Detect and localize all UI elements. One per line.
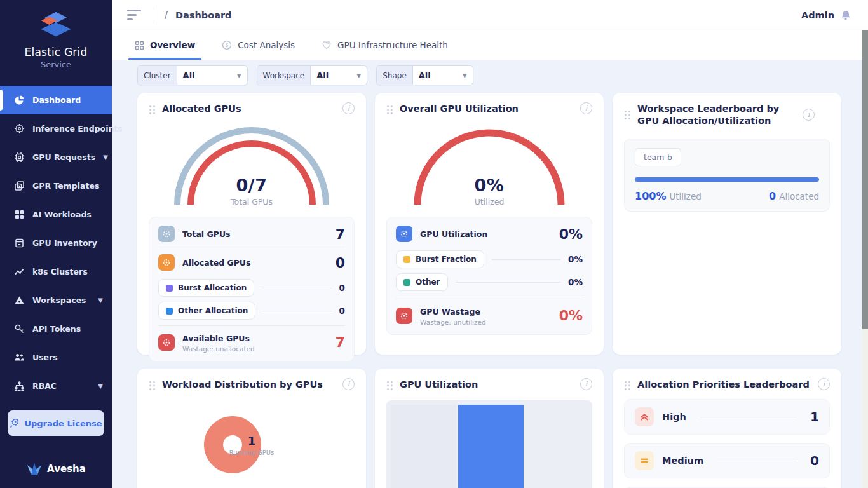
upgrade-license-button[interactable]: Upgrade License <box>8 410 104 436</box>
gpu-utilization-row: GPU Utilization 0% <box>396 220 583 248</box>
sidebar-item-label: Dashboard <box>32 95 81 105</box>
hamburger-menu-icon[interactable] <box>127 10 141 20</box>
sidebar-item-gpr-templates[interactable]: GPR Templates <box>0 172 112 200</box>
tab-label: Cost Analysis <box>238 40 295 50</box>
gpu-utilization-stats: GPU Utilization 0% Burst Fraction 0% <box>386 217 592 335</box>
info-icon[interactable]: i <box>342 102 355 114</box>
info-icon[interactable]: i <box>580 378 592 390</box>
cluster-filter-value: All <box>183 71 195 80</box>
app-title: Elastic Grid <box>4 46 108 58</box>
sidebar-item-ai-workloads[interactable]: AI Workloads <box>0 200 112 229</box>
stat-value: 7 <box>336 226 345 242</box>
gauge-label: Utilized <box>410 197 569 207</box>
tab-gpu-infrastructure-health[interactable]: + GPU Infrastructure Health <box>322 30 448 60</box>
drag-handle-icon[interactable] <box>624 110 631 120</box>
breadcrumb: Dashboard <box>175 10 231 20</box>
inventory-icon <box>13 238 25 249</box>
tab-overview[interactable]: Overview <box>135 30 195 60</box>
gauge-value: 0% <box>410 175 569 195</box>
sidebar-item-users[interactable]: Users <box>0 343 112 372</box>
gpu-utilization-card: GPU Utilization i <box>375 369 604 488</box>
sidebar-item-label: GPR Templates <box>32 181 99 191</box>
card-title: Allocation Priorities Leaderboard <box>637 378 811 391</box>
shape-filter-label: Shape <box>377 66 413 85</box>
drag-handle-icon[interactable] <box>386 105 393 115</box>
gpu-utilization-treemap <box>386 400 592 488</box>
card-title: Overall GPU Utilization <box>400 102 574 115</box>
stat-value: 0% <box>568 277 583 287</box>
utilized-label: Utilized <box>669 191 701 201</box>
workspace-badge[interactable]: team-b <box>635 148 681 166</box>
shape-filter[interactable]: Shape All ▼ <box>376 65 473 85</box>
priority-value: 1 <box>810 409 819 424</box>
sidebar-item-inference-endpoints[interactable]: Inference Endpoints <box>0 114 112 143</box>
filter-bar: Cluster All ▼ Workspace All ▼ Shape All … <box>137 65 868 85</box>
sidebar-item-gpu-requests[interactable]: GPU Requests ▼ <box>0 143 112 172</box>
cluster-filter-label: Cluster <box>138 66 177 85</box>
caret-down-icon: ▼ <box>356 72 361 79</box>
drag-handle-icon[interactable] <box>149 105 156 115</box>
info-icon[interactable]: i <box>818 378 830 390</box>
info-icon[interactable]: i <box>803 109 815 121</box>
total-gpus-row: Total GPUs 7 <box>158 220 345 248</box>
cluster-filter[interactable]: Cluster All ▼ <box>137 65 248 85</box>
stat-value: 0% <box>568 254 583 264</box>
cpu-icon <box>13 152 25 163</box>
priority-row-medium: Medium 0 <box>624 443 830 478</box>
stat-sublabel: Wastage: unutilized <box>420 318 486 326</box>
priority-medium-icon <box>635 451 654 470</box>
sidebar-item-gpu-inventory[interactable]: GPU Inventory <box>0 229 112 257</box>
burst-fraction-row: Burst Fraction 0% <box>396 248 583 271</box>
rbac-hierarchy-icon <box>13 381 25 392</box>
workloads-grid-icon <box>13 209 25 220</box>
chevron-down-icon: ▼ <box>98 383 103 390</box>
info-icon[interactable]: i <box>580 102 592 114</box>
other-allocation-row: Other Allocation 0 <box>158 299 345 322</box>
upgrade-license-label: Upgrade License <box>24 419 102 428</box>
donut-value: 1 <box>248 434 256 447</box>
info-icon[interactable]: i <box>342 378 355 390</box>
gauge-label: Total GPUs <box>172 197 331 207</box>
workspace-filter[interactable]: Workspace All ▼ <box>257 65 368 85</box>
drag-handle-icon[interactable] <box>386 381 393 391</box>
drag-handle-icon[interactable] <box>624 381 631 391</box>
workspace-filter-select[interactable]: All ▼ <box>311 66 367 85</box>
allocated-gpus-card: Allocated GPUs i 0/7 Total GPUs <box>137 93 366 355</box>
card-title: Workload Distribution by GPUs <box>162 378 336 391</box>
allocated-label: Allocated <box>779 191 819 201</box>
rocket-icon <box>10 419 19 428</box>
vertical-scrollbar[interactable] <box>862 30 868 488</box>
shape-filter-select[interactable]: All ▼ <box>413 66 473 85</box>
tab-label: Overview <box>150 40 195 50</box>
cluster-filter-select[interactable]: All ▼ <box>177 66 247 85</box>
priority-high-icon <box>635 407 654 426</box>
drag-handle-icon[interactable] <box>149 381 156 391</box>
sidebar-item-label: RBAC <box>32 381 57 391</box>
scrollbar-thumb[interactable] <box>862 30 868 329</box>
caret-down-icon: ▼ <box>463 72 467 79</box>
main-area: / Dashboard Admin Overview $ Cost Analys… <box>112 0 868 488</box>
avesha-brand: Avesha <box>0 451 112 488</box>
tab-cost-analysis[interactable]: $ Cost Analysis <box>222 30 295 60</box>
allocation-priorities-card: Allocation Priorities Leaderboard i High… <box>613 369 841 488</box>
sidebar-item-label: AI Workloads <box>32 210 92 219</box>
sidebar-item-workspaces[interactable]: Workspaces ▼ <box>0 286 112 315</box>
bell-icon[interactable] <box>840 10 851 21</box>
legend-label: Other Allocation <box>178 306 248 315</box>
sidebar-item-k8s-clusters[interactable]: k8s Clusters <box>0 257 112 286</box>
gpu-chip-icon <box>158 334 175 351</box>
sidebar-item-label: GPU Inventory <box>32 238 97 248</box>
legend-label: Other <box>416 278 440 287</box>
burst-allocation-legend: Burst Allocation <box>158 279 254 297</box>
stat-label: GPU Utilization <box>420 229 487 239</box>
burst-allocation-row: Burst Allocation 0 <box>158 276 345 299</box>
users-icon <box>13 352 25 363</box>
running-gpus-donut: 1 Running GPUs <box>204 416 299 473</box>
sidebar-item-dashboard[interactable]: Dashboard <box>0 86 112 114</box>
treemap-cell-active[interactable] <box>458 405 524 488</box>
user-name[interactable]: Admin <box>801 10 834 20</box>
avesha-logo-icon <box>26 463 43 475</box>
sidebar-item-api-tokens[interactable]: API Tokens <box>0 315 112 343</box>
treemap-cell[interactable] <box>391 405 456 488</box>
sidebar-item-rbac[interactable]: RBAC ▼ <box>0 372 112 400</box>
